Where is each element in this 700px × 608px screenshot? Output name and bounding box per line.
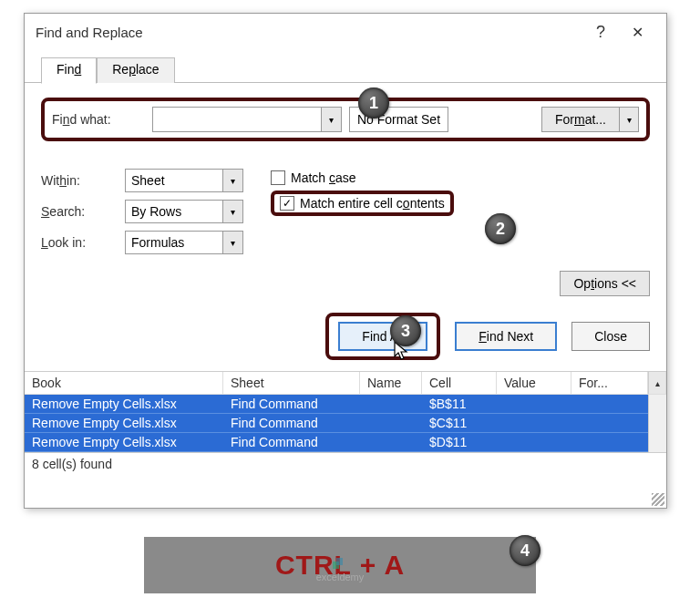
checks-column: Match case ✓ Match entire cell contents xyxy=(271,169,454,254)
findwhat-field[interactable] xyxy=(153,113,321,127)
col-book[interactable]: Book xyxy=(25,372,223,394)
keyboard-shortcut-label: CTRL + A exceldemy xyxy=(144,537,536,593)
format-button[interactable]: Format... xyxy=(541,107,619,132)
options-row: Options << xyxy=(25,263,666,296)
format-dropdown-icon[interactable]: ▾ xyxy=(619,107,639,132)
within-label: Within: xyxy=(41,173,125,188)
result-row[interactable]: Remove Empty Cells.xlsx Find Command $C$… xyxy=(25,414,648,433)
buttons-row: Find All Find Next Close xyxy=(25,296,666,371)
col-name[interactable]: Name xyxy=(360,372,422,394)
result-row[interactable]: Remove Empty Cells.xlsx Find Command $B$… xyxy=(25,395,648,414)
close-button[interactable]: Close xyxy=(571,322,650,351)
selects-column: Within: Sheet ▾ Search: By Rows ▾ Look i… xyxy=(41,169,243,254)
result-row[interactable]: Remove Empty Cells.xlsx Find Command $D$… xyxy=(25,433,648,452)
chevron-down-icon[interactable]: ▾ xyxy=(321,108,341,131)
results-list[interactable]: Remove Empty Cells.xlsx Find Command $B$… xyxy=(25,395,648,452)
chevron-down-icon[interactable]: ▾ xyxy=(222,201,242,222)
tab-find[interactable]: Find xyxy=(41,57,97,84)
annotation-badge-3: 3 xyxy=(390,315,421,346)
matchentire-highlight: ✓ Match entire cell contents xyxy=(271,191,454,216)
results-pane: Book Sheet Name Cell Value For... ▴ Remo… xyxy=(25,371,666,452)
search-select[interactable]: By Rows ▾ xyxy=(125,200,243,223)
findwhat-label: Find what: xyxy=(52,112,152,127)
help-icon[interactable]: ? xyxy=(582,23,619,42)
matchcase-label: Match case xyxy=(291,170,356,185)
lookin-label: Look in: xyxy=(41,235,125,250)
titlebar: Find and Replace ? ✕ xyxy=(25,14,666,50)
format-button-group: Format... ▾ xyxy=(541,107,639,132)
resize-grip-icon[interactable] xyxy=(652,493,664,506)
close-icon[interactable]: ✕ xyxy=(619,24,655,41)
matchentire-row[interactable]: ✓ Match entire cell contents xyxy=(280,196,445,211)
chevron-down-icon[interactable]: ▾ xyxy=(222,232,242,253)
findnext-button[interactable]: Find Next xyxy=(455,322,557,351)
matchcase-checkbox[interactable] xyxy=(271,170,285,185)
search-label: Search: xyxy=(41,204,125,219)
tabs: Find Replace xyxy=(41,57,666,83)
scroll-up-icon[interactable]: ▴ xyxy=(648,372,666,394)
col-value[interactable]: Value xyxy=(497,372,571,394)
svg-rect-1 xyxy=(336,558,343,565)
matchentire-label: Match entire cell contents xyxy=(300,196,445,211)
findall-highlight: Find All xyxy=(325,313,440,360)
lookin-select[interactable]: Formulas ▾ xyxy=(125,231,243,254)
matchentire-checkbox[interactable]: ✓ xyxy=(280,196,294,211)
annotation-badge-1: 1 xyxy=(358,88,389,119)
dialog-title: Find and Replace xyxy=(36,25,582,40)
annotation-badge-4: 4 xyxy=(510,535,540,566)
col-sheet[interactable]: Sheet xyxy=(223,372,360,394)
find-replace-dialog: Find and Replace ? ✕ Find Replace Find w… xyxy=(24,13,667,509)
tab-body: Find what: ▾ No Format Set Format... ▾ W… xyxy=(25,82,666,263)
col-formula[interactable]: For... xyxy=(571,372,648,394)
options-group: Within: Sheet ▾ Search: By Rows ▾ Look i… xyxy=(41,169,650,254)
chevron-down-icon[interactable]: ▾ xyxy=(222,170,242,191)
findwhat-input[interactable]: ▾ xyxy=(152,107,342,132)
matchcase-row[interactable]: Match case xyxy=(271,170,454,185)
results-body: Remove Empty Cells.xlsx Find Command $B$… xyxy=(25,395,666,452)
tab-replace[interactable]: Replace xyxy=(97,57,174,83)
options-button[interactable]: Options << xyxy=(560,271,650,296)
results-header: Book Sheet Name Cell Value For... ▴ xyxy=(25,372,666,395)
lookin-value: Formulas xyxy=(126,235,222,250)
scrollbar[interactable] xyxy=(648,395,666,452)
within-value: Sheet xyxy=(126,173,222,188)
findwhat-highlight: Find what: ▾ No Format Set Format... ▾ xyxy=(41,98,650,141)
status-bar: 8 cell(s) found xyxy=(25,452,666,475)
search-value: By Rows xyxy=(126,204,222,219)
col-cell[interactable]: Cell xyxy=(422,372,497,394)
watermark: exceldemy xyxy=(144,557,536,582)
within-select[interactable]: Sheet ▾ xyxy=(125,169,243,192)
annotation-badge-2: 2 xyxy=(485,213,516,244)
